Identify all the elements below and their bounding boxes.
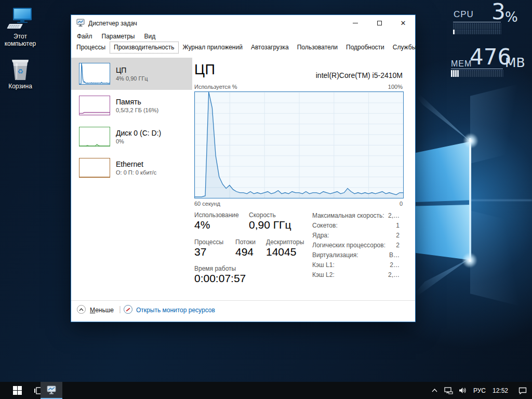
close-icon: ✕ xyxy=(401,19,406,27)
cpu-gauge-value: 3 xyxy=(491,0,506,24)
taskbar-task-manager-button[interactable] xyxy=(41,382,62,399)
detail-row-max-speed: Максимальная скорость:2,… xyxy=(312,212,400,222)
stat-processes-value: 37 xyxy=(194,246,206,258)
stat-speed-label: Скорость xyxy=(249,211,276,219)
minimize-icon xyxy=(353,23,358,23)
cpu-gauge-widget: CPU 3 % xyxy=(450,3,532,39)
menu-options[interactable]: Параметры xyxy=(97,31,140,42)
detail-row-l1-cache: Кэш L1:2… xyxy=(312,261,400,271)
title-bar[interactable]: Диспетчер задач ✕ xyxy=(71,15,415,31)
cpu-usage-chart[interactable] xyxy=(194,91,404,198)
taskbar: РУС 12:52 xyxy=(0,382,532,399)
task-manager-taskbar-icon xyxy=(46,385,57,395)
menu-bar: Файл Параметры Вид xyxy=(72,31,160,42)
detail-row-cores: Ядра:2 xyxy=(312,232,400,242)
sidebar-cpu-subtitle: 4% 0,90 ГГц xyxy=(116,75,148,82)
open-resource-monitor-link[interactable]: Открыть монитор ресурсов xyxy=(136,307,215,314)
gauge-needle xyxy=(126,308,130,311)
stat-speed-value: 0,90 ГГц xyxy=(249,219,291,231)
clock[interactable]: 12:52 xyxy=(491,387,510,394)
graph-axis-label-60s: 60 секунд xyxy=(194,201,220,207)
resource-monitor-gauge-icon xyxy=(124,305,132,314)
tab-strip: Процессы Производительность Журнал прило… xyxy=(72,42,415,54)
sidebar-cpu-title: ЦП xyxy=(116,66,148,74)
cpu-pane-title: ЦП xyxy=(194,62,215,78)
graph-axis-label-0: 0 xyxy=(400,201,403,207)
memory-gauge-meter xyxy=(451,70,503,77)
stat-threads-value: 494 xyxy=(235,246,254,258)
network-icon[interactable] xyxy=(444,382,454,399)
tab-details[interactable]: Подробности xyxy=(342,42,389,54)
desktop-icon-this-pc[interactable]: Этот компьютер xyxy=(2,7,38,47)
tab-services[interactable]: Службы xyxy=(389,42,420,54)
graph-axis-label-usage: Используется % xyxy=(194,84,237,90)
fewer-details-button[interactable]: Меньше xyxy=(90,307,114,314)
desktop-icon-recycle-bin[interactable]: ♻ Корзина xyxy=(2,57,38,90)
stat-processes-label: Процессы xyxy=(194,238,223,246)
stat-handles-label: Дескрипторы xyxy=(266,238,304,246)
tab-users[interactable]: Пользователи xyxy=(293,42,342,54)
disk-mini-graph xyxy=(79,127,110,147)
wallpaper-horizon-line xyxy=(470,200,532,201)
detail-row-logical-processors: Логических процессоров:2 xyxy=(312,242,400,251)
start-button[interactable] xyxy=(5,382,29,399)
footer-bar: Меньше | Открыть монитор ресурсов xyxy=(71,301,415,322)
sidebar-item-ethernet[interactable]: Ethernet О: 0 П: 0 кбит/с xyxy=(71,155,192,180)
ethernet-mini-graph xyxy=(79,158,110,178)
stat-handles-value: 14045 xyxy=(266,246,296,258)
show-hidden-icons-button[interactable] xyxy=(430,382,440,399)
detail-row-virtualization: Виртуализация:В… xyxy=(312,251,400,261)
tab-startup[interactable]: Автозагрузка xyxy=(247,42,293,54)
language-indicator[interactable]: РУС xyxy=(472,387,487,394)
stat-uptime-value: 0:00:07:57 xyxy=(194,272,246,285)
detail-row-l2-cache: Кэш L2:2,… xyxy=(312,271,400,281)
memory-gauge-unit: MB xyxy=(505,55,525,70)
volume-icon[interactable] xyxy=(458,382,468,399)
chevron-up-circle-icon[interactable] xyxy=(77,305,86,314)
desktop-icon-label: Корзина xyxy=(2,83,38,90)
svg-text:♻: ♻ xyxy=(17,68,23,75)
wallpaper-window-edge-glow xyxy=(469,138,471,262)
windows-logo-icon xyxy=(13,386,22,395)
stat-threads-label: Потоки xyxy=(235,238,256,246)
tab-performance[interactable]: Производительность xyxy=(110,42,178,54)
cpu-mini-graph xyxy=(79,63,110,85)
wallpaper-corner-flare-top xyxy=(463,133,478,149)
memory-gauge-rule xyxy=(451,69,503,69)
this-pc-icon xyxy=(7,7,34,31)
cpu-gauge-rule xyxy=(453,22,501,22)
minimize-button[interactable] xyxy=(343,15,367,31)
close-button[interactable]: ✕ xyxy=(391,15,415,31)
wallpaper-light-streak-bottom xyxy=(470,210,532,309)
cpu-gauge-unit: % xyxy=(505,9,518,25)
tab-processes[interactable]: Процессы xyxy=(72,42,110,54)
detail-row-sockets: Сокетов:1 xyxy=(312,222,400,232)
sidebar-item-memory[interactable]: Память 0,5/3,2 ГБ (16%) xyxy=(71,93,192,118)
footer-separator: | xyxy=(119,304,121,313)
action-center-button[interactable] xyxy=(517,382,528,399)
stat-usage-value: 4% xyxy=(194,219,210,231)
sidebar-item-cpu[interactable]: ЦП 4% 0,90 ГГц xyxy=(71,58,192,90)
menu-view[interactable]: Вид xyxy=(139,31,160,42)
memory-gauge-widget: MEM 476 MB xyxy=(447,46,532,81)
cpu-gauge-label: CPU xyxy=(454,9,474,20)
cpu-details-list: Максимальная скорость:2,… Сокетов:1 Ядра… xyxy=(312,212,400,281)
cpu-model-name: intel(R)Core(TM) i5-2410M xyxy=(316,71,403,79)
sidebar-memory-subtitle: 0,5/3,2 ГБ (16%) xyxy=(116,107,158,113)
wallpaper-corner-flare-bottom xyxy=(462,252,477,268)
maximize-button[interactable] xyxy=(367,15,391,31)
cpu-gauge-meter-value xyxy=(453,30,501,34)
window-title: Диспетчер задач xyxy=(88,20,137,27)
graph-axis-label-100: 100% xyxy=(388,84,403,90)
sidebar-disk-subtitle: 0% xyxy=(116,138,161,144)
tab-app-history[interactable]: Журнал приложений xyxy=(179,42,247,54)
memory-mini-graph xyxy=(79,96,110,115)
menu-file[interactable]: Файл xyxy=(72,31,97,42)
cpu-gauge-meter-scale xyxy=(453,23,501,29)
sidebar-item-disk[interactable]: Диск 0 (C: D:) 0% xyxy=(71,124,192,149)
task-manager-window: Диспетчер задач ✕ Файл Параметры Вид Про… xyxy=(71,15,416,322)
task-manager-app-icon xyxy=(76,19,85,27)
maximize-icon xyxy=(377,21,382,25)
sidebar-memory-title: Память xyxy=(116,98,158,106)
system-tray: РУС 12:52 xyxy=(430,382,528,399)
